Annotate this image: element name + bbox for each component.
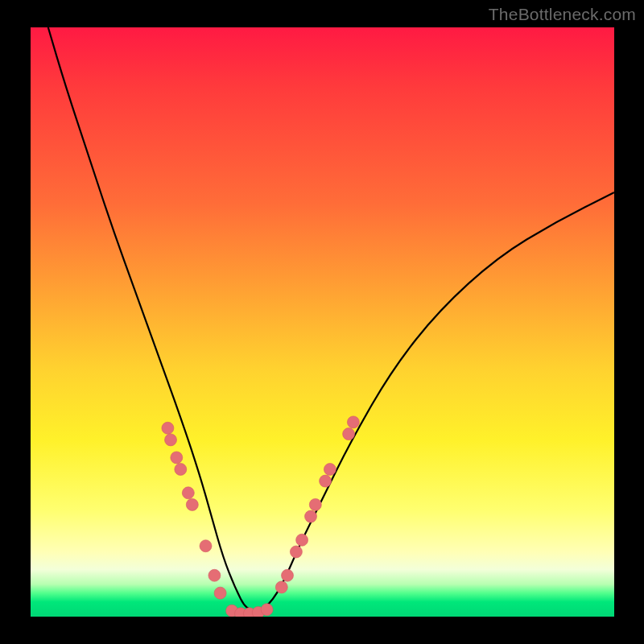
data-marker (324, 464, 336, 476)
data-marker (182, 487, 194, 499)
chart-svg (31, 27, 614, 617)
data-marker (175, 464, 187, 476)
plot-area (31, 27, 614, 617)
data-marker (309, 498, 321, 510)
data-marker (261, 604, 273, 616)
data-marker (165, 434, 177, 446)
data-marker (208, 569, 221, 581)
data-markers (162, 416, 360, 617)
data-marker (162, 422, 174, 434)
chart-frame: TheBottleneck.com (0, 0, 644, 644)
data-marker (320, 475, 332, 487)
data-marker (200, 540, 212, 552)
bottleneck-curve (48, 27, 614, 611)
data-marker (290, 546, 302, 558)
data-marker (296, 534, 308, 546)
watermark-text: TheBottleneck.com (489, 5, 636, 24)
data-marker (186, 498, 198, 510)
data-marker (347, 416, 359, 428)
data-marker (275, 581, 287, 593)
data-marker (214, 587, 226, 599)
data-marker (171, 452, 183, 464)
data-marker (305, 510, 317, 522)
data-marker (343, 428, 355, 440)
data-marker (282, 569, 294, 581)
